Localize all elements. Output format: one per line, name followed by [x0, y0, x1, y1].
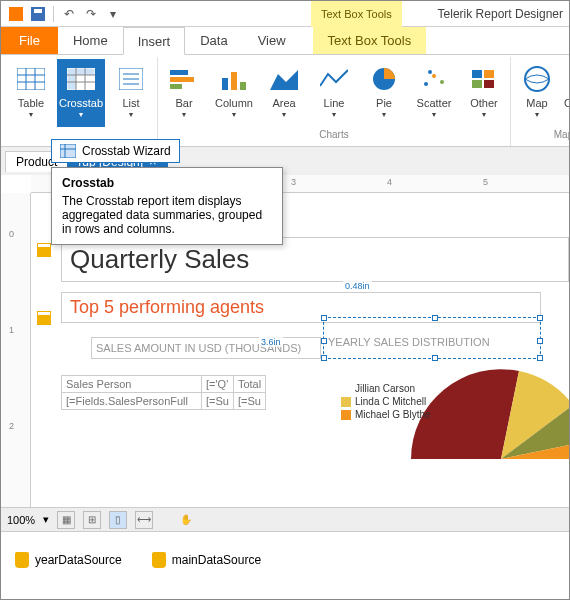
column-chart-icon — [218, 63, 250, 95]
map-button[interactable]: Map▾ — [513, 59, 561, 127]
svg-point-30 — [440, 80, 444, 84]
table-header: Total — [233, 376, 265, 393]
bar-chart-button[interactable]: Bar▾ — [160, 59, 208, 127]
ribbon-group-label-maps: Maps — [554, 127, 570, 142]
svg-rect-0 — [9, 7, 23, 21]
table-cell: [=Su — [233, 393, 265, 410]
crosstab-wizard-label: Crosstab Wizard — [82, 144, 171, 158]
crosstab-wizard-icon — [60, 144, 76, 158]
svg-rect-35 — [484, 80, 494, 88]
area-chart-icon — [268, 63, 300, 95]
ribbon-group-label-charts: Charts — [319, 127, 348, 142]
tab-data[interactable]: Data — [185, 27, 242, 54]
pie-chart[interactable] — [411, 369, 569, 459]
section-marker-icon — [37, 243, 51, 257]
svg-rect-3 — [17, 68, 45, 90]
zoom-dropdown-icon[interactable]: ▾ — [43, 513, 49, 526]
area-chart-button[interactable]: Area▾ — [260, 59, 308, 127]
dimension-vertical-label: 0.48in — [343, 281, 372, 291]
crosstab-wizard-menuitem[interactable]: Crosstab Wizard — [51, 139, 180, 163]
svg-point-29 — [432, 74, 436, 78]
dimensions-icon[interactable]: ⟷ — [135, 511, 153, 529]
map-icon — [521, 63, 553, 95]
ruler-vertical: 012 — [1, 193, 31, 507]
list-icon — [115, 63, 147, 95]
tab-home[interactable]: Home — [58, 27, 123, 54]
tab-insert[interactable]: Insert — [123, 27, 186, 55]
app-icon — [7, 5, 25, 23]
ribbon: Table▾ Crosstab▾ List▾ Bar▾ Column▾ Area… — [1, 55, 569, 147]
scatter-chart-icon — [418, 63, 450, 95]
scatter-chart-button[interactable]: Scatter▾ — [410, 59, 458, 127]
svg-rect-25 — [240, 82, 246, 90]
table-header: Sales Person — [62, 376, 202, 393]
tab-textbox-tools[interactable]: Text Box Tools — [313, 27, 427, 54]
svg-rect-10 — [67, 68, 76, 90]
table-icon — [15, 63, 47, 95]
datasource-label: yearDataSource — [35, 553, 122, 567]
undo-icon[interactable]: ↶ — [60, 5, 78, 23]
right-label: YEARLY SALES DISTRIBUTION — [324, 318, 540, 350]
column-chart-button[interactable]: Column▾ — [210, 59, 258, 127]
choropleth-button[interactable]: Choropleth — [563, 59, 570, 127]
svg-rect-23 — [222, 78, 228, 90]
datasource-item[interactable]: yearDataSource — [15, 552, 122, 568]
snap-lines-icon[interactable]: ⊞ — [83, 511, 101, 529]
ribbon-tabs: File Home Insert Data View Text Box Tool… — [1, 27, 569, 55]
svg-marker-26 — [270, 70, 298, 90]
table-cell: [=Su — [202, 393, 234, 410]
save-icon[interactable] — [29, 5, 47, 23]
svg-rect-32 — [472, 70, 482, 78]
ribbon-group-charts: Bar▾ Column▾ Area▾ Line▾ Pie▾ Scatter▾ O… — [158, 57, 511, 146]
pie-chart-icon — [368, 63, 400, 95]
tab-file[interactable]: File — [1, 27, 58, 54]
pie-chart-button[interactable]: Pie▾ — [360, 59, 408, 127]
tooltip-title: Crosstab — [62, 176, 272, 190]
svg-rect-24 — [231, 72, 237, 90]
qat-dropdown-icon[interactable]: ▾ — [104, 5, 122, 23]
snap-grid-icon[interactable]: ▦ — [57, 511, 75, 529]
datasource-icon — [15, 552, 29, 568]
tab-view[interactable]: View — [243, 27, 301, 54]
left-label-textbox[interactable]: SALES AMOUNT IN USD (THOUSANDS) — [91, 337, 321, 359]
ribbon-group-table: Table▾ Crosstab▾ List▾ — [5, 57, 158, 146]
datasource-panel: yearDataSource mainDataSource — [1, 531, 569, 587]
svg-rect-2 — [34, 9, 42, 13]
line-chart-icon — [318, 63, 350, 95]
app-title: Telerik Report Designer — [438, 1, 563, 27]
crosstab-tooltip: Crosstab The Crosstab report item displa… — [51, 167, 283, 245]
zoom-level[interactable]: 100% — [7, 514, 35, 526]
status-bar: 100% ▾ ▦ ⊞ ▯ ⟷ ✋ — [1, 507, 569, 531]
other-chart-button[interactable]: Other▾ — [460, 59, 508, 127]
table-cell: [=Fields.SalesPersonFull — [62, 393, 202, 410]
crosstab-button[interactable]: Crosstab▾ — [57, 59, 105, 127]
svg-rect-33 — [484, 70, 494, 78]
list-button[interactable]: List▾ — [107, 59, 155, 127]
other-chart-icon — [468, 63, 500, 95]
chart-legend: Jillian Carson Linda C Mitchell Michael … — [341, 383, 431, 422]
datasource-item[interactable]: mainDataSource — [152, 552, 261, 568]
svg-point-28 — [424, 82, 428, 86]
crosstab-preview[interactable]: Sales Person[='Q'Total [=Fields.SalesPer… — [61, 375, 266, 410]
svg-rect-22 — [170, 84, 182, 89]
svg-point-31 — [428, 70, 432, 74]
table-header: [='Q' — [202, 376, 234, 393]
bar-chart-icon — [168, 63, 200, 95]
svg-rect-20 — [170, 70, 188, 75]
ribbon-group-maps: Map▾ Choropleth Maps — [511, 57, 570, 146]
contextual-tools-label: Text Box Tools — [311, 1, 402, 27]
svg-point-36 — [525, 67, 549, 91]
show-grid-icon[interactable]: ▯ — [109, 511, 127, 529]
pan-icon[interactable]: ✋ — [177, 511, 195, 529]
svg-rect-47 — [38, 312, 50, 315]
crosstab-icon — [65, 63, 97, 95]
svg-rect-21 — [170, 77, 194, 82]
redo-icon[interactable]: ↷ — [82, 5, 100, 23]
datasource-label: mainDataSource — [172, 553, 261, 567]
selected-textbox[interactable]: YEARLY SALES DISTRIBUTION — [323, 317, 541, 359]
tooltip-body: The Crosstab report item displays aggreg… — [62, 194, 272, 236]
datasource-icon — [152, 552, 166, 568]
svg-rect-41 — [60, 144, 76, 158]
table-button[interactable]: Table▾ — [7, 59, 55, 127]
line-chart-button[interactable]: Line▾ — [310, 59, 358, 127]
